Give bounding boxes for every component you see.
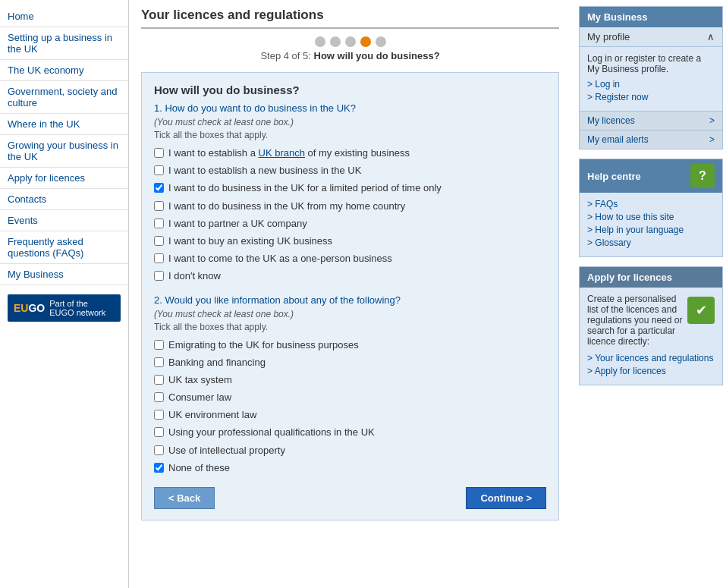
- q1-number: 1.: [154, 102, 162, 114]
- help-centre-title: Help centre: [587, 171, 641, 182]
- checkbox-input-opt14[interactable]: [154, 427, 164, 437]
- checkbox-opt1: I want to establish a UK branch of my ex…: [154, 146, 546, 160]
- right-sidebar: My Business My profile ∧ Log in or regis…: [571, 0, 723, 588]
- my-profile-row[interactable]: My profile ∧: [580, 27, 722, 47]
- sidebar-item-apply-licences[interactable]: Apply for licences: [0, 168, 128, 189]
- checkbox-opt11: UK tax system: [154, 373, 546, 387]
- my-business-header: My Business: [580, 7, 722, 27]
- checkbox-input-opt3[interactable]: [154, 183, 164, 193]
- eugo-badge: EUGO Part of the EUGO network: [8, 294, 121, 322]
- step-dot-1: [315, 36, 325, 47]
- my-profile-label: My profile: [587, 31, 630, 42]
- checkbox-input-opt9[interactable]: [154, 340, 164, 350]
- back-button[interactable]: < Back: [154, 487, 215, 509]
- checkbox-input-opt15[interactable]: [154, 445, 164, 455]
- checkbox-input-opt1[interactable]: [154, 148, 164, 158]
- checkbox-label-opt15: Use of intellectual property: [168, 444, 285, 458]
- my-email-alerts-row[interactable]: My email alerts >: [580, 130, 722, 149]
- checkbox-label-opt10: Banking and financing: [168, 356, 266, 369]
- checkbox-label-opt4: I want to do business in the UK from my …: [168, 200, 405, 213]
- checkbox-input-opt2[interactable]: [154, 165, 164, 175]
- left-sidebar: Home Setting up a business in the UK The…: [0, 0, 129, 588]
- apply-licences-box: Apply for licences Create a personalised…: [579, 266, 723, 385]
- sidebar-item-home[interactable]: Home: [0, 6, 128, 27]
- sidebar-item-gov-society[interactable]: Government, society and culture: [0, 81, 128, 114]
- uk-branch-link[interactable]: UK branch: [259, 147, 305, 159]
- apply-licences-content: Create a personalised list of the licenc…: [580, 288, 722, 353]
- question-2-title: 2. Would you like information about any …: [154, 294, 546, 306]
- sidebar-item-setting-up[interactable]: Setting up a business in the UK: [0, 27, 128, 60]
- q2-number: 2.: [154, 294, 162, 306]
- page-title: Your licences and regulations: [141, 8, 559, 29]
- help-centre-box: Help centre ? > FAQs > How to use this s…: [579, 159, 723, 257]
- checkbox-opt16: None of these: [154, 461, 546, 475]
- checkbox-label-opt3: I want to do business in the UK for a li…: [168, 181, 442, 195]
- sidebar-item-my-business[interactable]: My Business: [0, 264, 128, 285]
- checkbox-label-opt12: Consumer law: [168, 391, 231, 404]
- checkbox-opt9: Emigrating to the UK for business purpos…: [154, 338, 546, 352]
- checkbox-input-opt7[interactable]: [154, 253, 164, 263]
- checkbox-label-opt6: I want to buy an existing UK business: [168, 234, 332, 248]
- checkbox-label-opt8: I don't know: [168, 269, 221, 283]
- checkbox-opt2: I want to establish a new business in th…: [154, 164, 546, 178]
- checkbox-label-opt11: UK tax system: [168, 373, 232, 387]
- my-business-content: Log in or register to create a My Busine…: [580, 47, 722, 111]
- checkbox-input-opt16[interactable]: [154, 463, 164, 473]
- my-licences-row[interactable]: My licences >: [580, 111, 722, 130]
- help-language-link[interactable]: > Help in your language: [587, 225, 715, 235]
- sidebar-item-where-in-uk[interactable]: Where in the UK: [0, 114, 128, 135]
- checkbox-input-opt4[interactable]: [154, 201, 164, 211]
- help-icon: ?: [690, 164, 715, 188]
- q2-must-check: (You must check at least one box.): [154, 309, 546, 319]
- checkbox-input-opt5[interactable]: [154, 219, 164, 228]
- checkbox-opt7: I want to come to the UK as a one-person…: [154, 252, 546, 266]
- sidebar-item-events[interactable]: Events: [0, 210, 128, 231]
- step-dot-2: [330, 36, 341, 47]
- form-box: How will you do business? 1. How do you …: [141, 72, 559, 520]
- continue-button[interactable]: Continue >: [466, 487, 546, 509]
- apply-licences-icon: ✔: [687, 297, 715, 324]
- checkbox-opt5: I want to partner a UK company: [154, 217, 546, 231]
- my-profile-chevron: ∧: [707, 31, 715, 42]
- apply-licences-title: Apply for licences: [587, 272, 672, 283]
- checkbox-input-opt6[interactable]: [154, 236, 164, 246]
- faqs-link[interactable]: > FAQs: [587, 199, 715, 209]
- apply-licences-links: > Your licences and regulations > Apply …: [580, 353, 722, 385]
- main-content: Your licences and regulations Step 4 of …: [129, 0, 571, 588]
- sidebar-item-contacts[interactable]: Contacts: [0, 189, 128, 210]
- glossary-link[interactable]: > Glossary: [587, 237, 715, 248]
- apply-licences-link[interactable]: > Apply for licences: [587, 366, 715, 376]
- how-to-use-link[interactable]: > How to use this site: [587, 212, 715, 222]
- q1-tick-all: Tick all the boxes that apply.: [154, 130, 546, 140]
- checkbox-input-opt11[interactable]: [154, 375, 164, 385]
- help-centre-content: > FAQs > How to use this site > Help in …: [580, 193, 722, 256]
- apply-licences-header: Apply for licences: [580, 267, 722, 288]
- checkbox-label-opt7: I want to come to the UK as a one-person…: [168, 252, 392, 266]
- checkbox-input-opt13[interactable]: [154, 410, 164, 420]
- checkbox-opt4: I want to do business in the UK from my …: [154, 200, 546, 213]
- q2-tick-all: Tick all the boxes that apply.: [154, 322, 546, 332]
- step-label-text: Step 4 of 5:: [260, 50, 311, 61]
- checkbox-input-opt10[interactable]: [154, 357, 164, 367]
- checkbox-label-opt14: Using your professional qualifications i…: [168, 426, 375, 439]
- sidebar-item-uk-economy[interactable]: The UK economy: [0, 60, 128, 81]
- step-dot-5: [376, 36, 386, 47]
- step-dot-3: [345, 36, 356, 47]
- your-licences-link[interactable]: > Your licences and regulations: [587, 353, 715, 363]
- checkbox-label-opt16: None of these: [168, 461, 230, 475]
- register-link[interactable]: > Register now: [587, 92, 715, 102]
- checkbox-opt3: I want to do business in the UK for a li…: [154, 181, 546, 195]
- form-section-title: How will you do business?: [154, 83, 546, 96]
- checkbox-input-opt8[interactable]: [154, 271, 164, 281]
- login-link[interactable]: > Log in: [587, 79, 715, 90]
- my-email-alerts-chevron: >: [709, 134, 715, 145]
- step-label: Step 4 of 5: How will you do business?: [141, 50, 559, 61]
- my-business-box: My Business My profile ∧ Log in or regis…: [579, 6, 723, 149]
- question-divider: 2. Would you like information about any …: [154, 294, 546, 332]
- eugo-logo: EUGO: [14, 302, 45, 314]
- checkbox-opt6: I want to buy an existing UK business: [154, 234, 546, 248]
- sidebar-item-growing[interactable]: Growing your business in the UK: [0, 135, 128, 168]
- checkbox-input-opt12[interactable]: [154, 392, 164, 402]
- sidebar-item-faqs[interactable]: Frequently asked questions (FAQs): [0, 231, 128, 264]
- step-title: How will you do business?: [314, 50, 440, 61]
